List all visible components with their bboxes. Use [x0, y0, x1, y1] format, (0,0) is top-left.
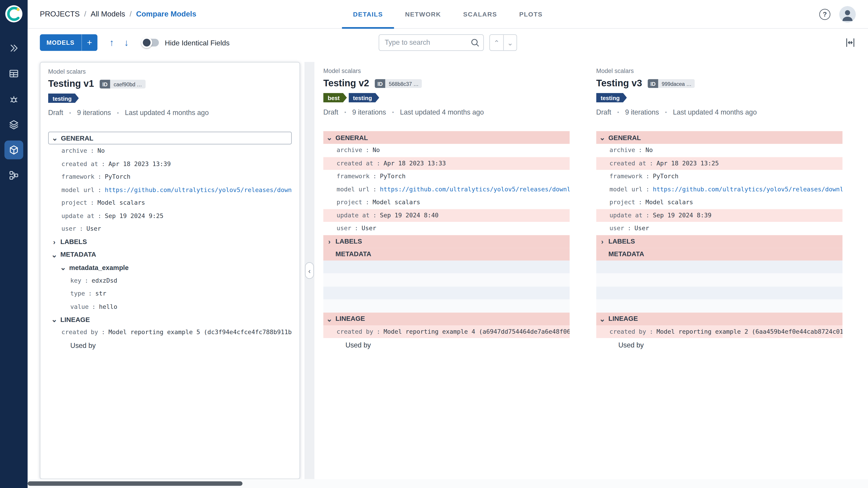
model-id-badge[interactable]: IDcaef90bd …	[99, 80, 145, 89]
model-tag[interactable]: best	[323, 93, 347, 102]
collapse-column-button[interactable]: ‹	[305, 262, 314, 279]
section-title: LABELS	[608, 237, 635, 245]
tab-details[interactable]: DETAILS	[342, 0, 394, 29]
section-header-labels[interactable]: ›LABELS	[596, 235, 843, 248]
sort-descending-button[interactable]: ↓	[124, 38, 129, 47]
search-icon[interactable]	[470, 38, 480, 48]
section-header-lineage[interactable]: ⌄LINEAGE	[596, 312, 843, 325]
sidebar-nav	[4, 39, 23, 185]
sidebar-item-quickstart[interactable]	[4, 39, 23, 57]
empty-diff-row	[596, 286, 843, 299]
model-sections: ⌄GENERALarchive:Nocreated at:Apr 18 2023…	[596, 131, 843, 352]
status-separator-dot: •	[665, 109, 667, 115]
section-header-general[interactable]: ⌄GENERAL	[596, 131, 843, 144]
field-row: archive:No	[48, 144, 292, 158]
field-row: key:edxzDsd	[48, 274, 292, 287]
chevron-down-icon: ⌄	[599, 315, 605, 322]
sidebar-item-artifacts[interactable]	[4, 115, 23, 134]
model-tag[interactable]: testing	[596, 93, 627, 102]
models-button[interactable]: MODELS +	[40, 34, 97, 51]
model-registry-icon	[8, 144, 20, 156]
field-key: type	[70, 290, 85, 297]
used-by-label[interactable]: Used by	[323, 338, 569, 352]
field-value: hello	[99, 303, 117, 310]
chevron-down-icon: ⌄	[327, 315, 332, 322]
comet-logo[interactable]	[4, 4, 23, 23]
field-value-link[interactable]: https://github.com/ultralytics/yolov5/re…	[653, 186, 842, 193]
model-id-badge[interactable]: ID568b8c37 …	[375, 79, 422, 88]
empty-diff-row	[323, 299, 569, 313]
tabs: DETAILSNETWORKSCALARSPLOTS	[342, 0, 554, 29]
field-row: project:Model scalars	[48, 196, 292, 209]
field-row: update at:Sep 19 2024 9:25	[48, 209, 292, 223]
section-header-labels[interactable]: ›LABELS	[323, 235, 569, 248]
compare-content: Model scalarsTesting v1IDcaef90bd …testi…	[28, 57, 868, 479]
section-title: LABELS	[336, 237, 362, 245]
field-key: update at	[337, 212, 370, 219]
field-value-link[interactable]: https://github.com/ultralytics/yolov5/re…	[105, 186, 291, 194]
field-key: model url	[610, 186, 643, 193]
user-avatar[interactable]	[839, 6, 856, 22]
field-separator: :	[101, 329, 105, 336]
field-row: created by:Model reporting example 2 (6a…	[596, 325, 843, 338]
main-area: PROJECTS/All Models/Compare Models DETAI…	[28, 0, 868, 488]
model-tag[interactable]: testing	[48, 94, 79, 103]
field-separator: :	[639, 147, 642, 154]
status-separator-dot: •	[392, 109, 394, 115]
breadcrumb-item[interactable]: All Models	[91, 10, 125, 18]
field-separator: :	[373, 173, 377, 180]
breadcrumb-separator: /	[84, 10, 86, 18]
next-match-button[interactable]: ⌄	[503, 35, 517, 51]
search-cluster: ⌃ ⌄	[379, 34, 517, 51]
section-header-metadata[interactable]: ⌄METADATA	[48, 248, 292, 261]
field-row: framework:PyTorch	[596, 170, 843, 183]
tab-plots[interactable]: PLOTS	[508, 0, 554, 29]
model-id-badge[interactable]: ID999dacea …	[648, 79, 695, 88]
hide-identical-toggle[interactable]	[142, 39, 159, 46]
field-row: update at:Sep 19 2024 8:40	[323, 209, 569, 222]
field-key: created by	[337, 328, 373, 335]
section-header-lineage[interactable]: ⌄LINEAGE	[48, 313, 292, 326]
field-value: str	[95, 290, 106, 297]
field-separator: :	[98, 186, 101, 194]
section-header-labels[interactable]: ›LABELS	[48, 235, 292, 248]
model-sections: ⌄GENERALarchive:Nocreated at:Apr 18 2023…	[48, 132, 292, 353]
breadcrumb-item[interactable]: Compare Models	[136, 10, 196, 18]
field-value: Sep 19 2024 9:25	[105, 213, 163, 220]
field-key: framework	[337, 173, 370, 180]
section-title: LINEAGE	[60, 316, 90, 323]
field-value-link[interactable]: https://github.com/ultralytics/yolov5/re…	[380, 186, 569, 193]
sidebar-item-model-registry[interactable]	[4, 140, 23, 159]
sidebar-item-pipelines[interactable]	[4, 166, 23, 185]
used-by-label[interactable]: Used by	[48, 339, 292, 353]
section-header-metadata[interactable]: METADATA	[323, 248, 569, 260]
sidebar-item-datasets[interactable]	[4, 64, 23, 83]
status-separator-dot: •	[117, 110, 119, 116]
section-header-lineage[interactable]: ⌄LINEAGE	[323, 312, 569, 325]
search-box	[379, 34, 484, 51]
section-header-general[interactable]: ⌄GENERAL	[48, 132, 292, 144]
chevron-right-icon: ›	[52, 238, 57, 246]
section-header-metadata[interactable]: METADATA	[596, 248, 843, 260]
help-button[interactable]: ?	[819, 8, 830, 20]
sidebar-item-debugger[interactable]	[4, 90, 23, 108]
field-row: value:hello	[48, 300, 292, 313]
scrollbar-thumb[interactable]	[28, 482, 242, 486]
id-badge-label: ID	[375, 79, 385, 88]
section-header-general[interactable]: ⌄GENERAL	[323, 131, 569, 144]
tab-scalars[interactable]: SCALARS	[452, 0, 508, 29]
search-input[interactable]	[379, 34, 484, 51]
model-tag[interactable]: testing	[348, 93, 379, 102]
model-status: Draft•9 iterations•Last updated 4 months…	[48, 109, 292, 117]
add-model-button[interactable]: +	[82, 34, 97, 51]
adjust-columns-icon[interactable]	[845, 37, 856, 48]
model-tags: testing	[596, 93, 843, 102]
breadcrumb-item[interactable]: PROJECTS	[40, 10, 80, 18]
previous-match-button[interactable]: ⌃	[490, 35, 503, 51]
sort-ascending-button[interactable]: ↑	[110, 38, 114, 47]
model-column-2: Model scalarsTesting v2ID568b8c37 …bestt…	[323, 62, 569, 479]
used-by-label[interactable]: Used by	[596, 338, 843, 352]
field-value: No	[97, 147, 105, 155]
tab-network[interactable]: NETWORK	[394, 0, 452, 29]
metadata-group-header[interactable]: ⌄metadata_example	[48, 261, 292, 274]
